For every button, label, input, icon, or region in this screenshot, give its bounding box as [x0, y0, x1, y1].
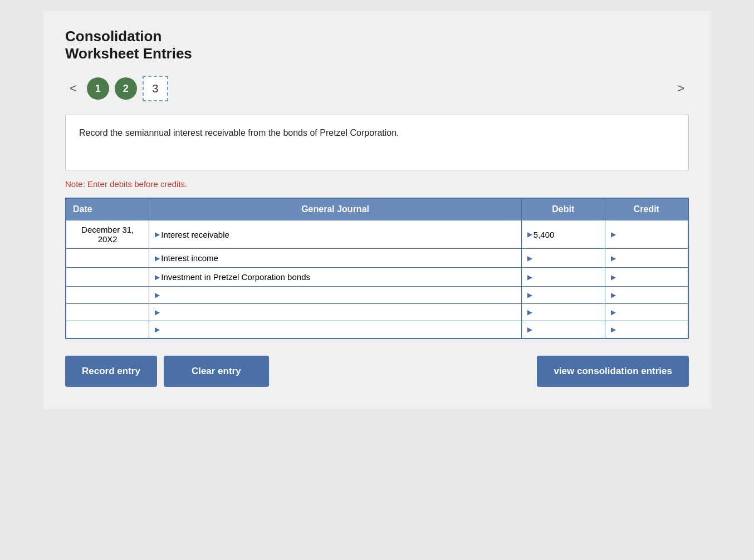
- triangle-icon: ▶: [155, 254, 160, 262]
- debit-header: Debit: [521, 198, 605, 220]
- journal-entry-text: Interest income: [161, 253, 218, 263]
- note-text: Note: Enter debits before credits.: [65, 179, 689, 189]
- clear-entry-button[interactable]: Clear entry: [164, 356, 269, 387]
- table-cell-date[interactable]: [66, 287, 149, 304]
- debit-value: 5,400: [533, 230, 555, 239]
- general-journal-header: General Journal: [149, 198, 521, 220]
- buttons-row: Record entry Clear entry view consolidat…: [65, 356, 689, 387]
- prev-arrow[interactable]: <: [65, 79, 81, 98]
- journal-entry-text: Investment in Pretzel Corporation bonds: [161, 272, 310, 282]
- table-row: ▶Interest income▶▶: [66, 249, 688, 268]
- table-row: December 31,20X2▶Interest receivable▶5,4…: [66, 220, 688, 249]
- triangle-icon: ▶: [155, 273, 160, 281]
- debit-triangle-icon: ▶: [527, 273, 532, 281]
- table-cell-general-journal[interactable]: ▶: [149, 321, 521, 339]
- table-cell-credit[interactable]: ▶: [605, 249, 688, 268]
- instruction-box: Record the semiannual interest receivabl…: [65, 115, 689, 170]
- credit-triangle-icon: ▶: [611, 308, 616, 316]
- debit-triangle-icon: ▶: [527, 230, 532, 238]
- credit-triangle-icon: ▶: [611, 273, 616, 281]
- page-title: Consolidation Worksheet Entries: [65, 28, 689, 62]
- table-cell-credit[interactable]: ▶: [605, 287, 688, 304]
- instruction-text: Record the semiannual interest receivabl…: [79, 128, 399, 137]
- navigation-row: < 1 2 3 >: [65, 76, 689, 101]
- table-cell-credit[interactable]: ▶: [605, 304, 688, 321]
- table-cell-debit[interactable]: ▶: [521, 249, 605, 268]
- table-cell-credit[interactable]: ▶: [605, 220, 688, 249]
- debit-triangle-icon: ▶: [527, 308, 532, 316]
- table-cell-general-journal[interactable]: ▶: [149, 287, 521, 304]
- triangle-icon: ▶: [155, 291, 160, 299]
- table-cell-general-journal[interactable]: ▶Interest income: [149, 249, 521, 268]
- record-entry-button[interactable]: Record entry: [65, 356, 157, 387]
- table-cell-date[interactable]: [66, 268, 149, 287]
- credit-triangle-icon: ▶: [611, 254, 616, 262]
- triangle-icon: ▶: [155, 230, 160, 238]
- credit-triangle-icon: ▶: [611, 326, 616, 333]
- table-row: ▶▶▶: [66, 304, 688, 321]
- credit-header: Credit: [605, 198, 688, 220]
- table-cell-credit[interactable]: ▶: [605, 321, 688, 339]
- table-cell-date[interactable]: [66, 249, 149, 268]
- triangle-icon: ▶: [155, 308, 160, 316]
- table-cell-debit[interactable]: ▶: [521, 287, 605, 304]
- step-3-current[interactable]: 3: [143, 76, 168, 101]
- table-cell-general-journal[interactable]: ▶Investment in Pretzel Corporation bonds: [149, 268, 521, 287]
- table-row: ▶▶▶: [66, 321, 688, 339]
- table-cell-date[interactable]: [66, 321, 149, 339]
- table-cell-debit[interactable]: ▶5,400: [521, 220, 605, 249]
- step-2-bubble[interactable]: 2: [115, 77, 137, 100]
- table-row: ▶▶▶: [66, 287, 688, 304]
- credit-triangle-icon: ▶: [611, 230, 616, 238]
- table-cell-date[interactable]: [66, 304, 149, 321]
- triangle-icon: ▶: [155, 326, 160, 333]
- table-cell-credit[interactable]: ▶: [605, 268, 688, 287]
- date-header: Date: [66, 198, 149, 220]
- step-1-bubble[interactable]: 1: [87, 77, 109, 100]
- journal-entry-text: Interest receivable: [161, 230, 229, 239]
- table-cell-date[interactable]: December 31,20X2: [66, 220, 149, 249]
- view-consolidation-button[interactable]: view consolidation entries: [537, 356, 689, 387]
- table-cell-debit[interactable]: ▶: [521, 321, 605, 339]
- table-cell-general-journal[interactable]: ▶: [149, 304, 521, 321]
- next-arrow[interactable]: >: [673, 79, 689, 98]
- journal-table: Date General Journal Debit Credit Decemb…: [65, 198, 689, 339]
- main-container: Consolidation Worksheet Entries < 1 2 3 …: [43, 11, 711, 409]
- table-header-row: Date General Journal Debit Credit: [66, 198, 688, 220]
- credit-triangle-icon: ▶: [611, 291, 616, 299]
- table-cell-debit[interactable]: ▶: [521, 268, 605, 287]
- table-row: ▶Investment in Pretzel Corporation bonds…: [66, 268, 688, 287]
- table-cell-general-journal[interactable]: ▶Interest receivable: [149, 220, 521, 249]
- debit-triangle-icon: ▶: [527, 326, 532, 333]
- debit-triangle-icon: ▶: [527, 291, 532, 299]
- table-cell-debit[interactable]: ▶: [521, 304, 605, 321]
- debit-triangle-icon: ▶: [527, 254, 532, 262]
